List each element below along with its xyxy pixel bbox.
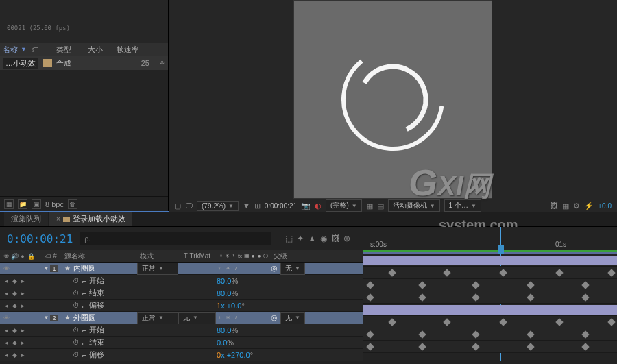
trkmat-dropdown[interactable]: 无▼ bbox=[178, 312, 216, 324]
keyframe-icon[interactable] bbox=[443, 269, 450, 276]
stopwatch-icon[interactable]: ⏱ bbox=[73, 289, 80, 297]
parent-dropdown[interactable]: 无▼ bbox=[280, 312, 305, 324]
property-value[interactable]: 0.0 bbox=[217, 339, 227, 347]
keyframe-icon[interactable] bbox=[499, 318, 507, 326]
keyframe-icon[interactable] bbox=[418, 343, 426, 350]
keyframe-icon[interactable] bbox=[388, 269, 396, 276]
property-value[interactable]: 80.0 bbox=[217, 289, 231, 298]
keyframe-icon[interactable] bbox=[366, 343, 374, 350]
column-switches[interactable]: ♀☀\fx▦●●⬡ bbox=[216, 253, 271, 260]
timeline-graph-area[interactable]: s:00s 01s bbox=[363, 227, 617, 361]
eye-icon[interactable]: 👁 bbox=[3, 315, 10, 321]
bpc-label[interactable]: 8 bpc bbox=[45, 200, 64, 208]
property-row[interactable]: ◂◆▸ ⏱⌐ 开始 80.0% bbox=[0, 275, 363, 287]
snapshot-icon[interactable]: 📷 bbox=[301, 202, 311, 210]
zoom-dropdown[interactable]: (79.2%)▼ bbox=[197, 201, 239, 211]
tab-render-queue[interactable]: 渲染队列 bbox=[4, 212, 48, 226]
column-parent[interactable]: 父级 bbox=[271, 252, 319, 261]
layer-row[interactable]: 👁 ▼1 ★内圈圆 正常▼ ♀☀/ ◎无▼ bbox=[0, 263, 363, 275]
tool-icon[interactable]: ▲ bbox=[308, 234, 316, 243]
keyframe-icon[interactable] bbox=[472, 293, 479, 301]
kf-nav-next-icon[interactable]: ▸ bbox=[19, 278, 26, 284]
column-name[interactable]: 名称▼ bbox=[3, 45, 27, 55]
tool-icon[interactable]: ◉ bbox=[320, 234, 327, 243]
flowchart-icon[interactable]: ⚘ bbox=[159, 60, 165, 67]
interpret-footage-icon[interactable]: ▦ bbox=[4, 199, 14, 209]
audio-column-icon[interactable]: 🔊 bbox=[11, 253, 18, 260]
trash-icon[interactable]: 🗑 bbox=[68, 199, 77, 209]
keyframe-icon[interactable] bbox=[607, 269, 615, 276]
column-source[interactable]: 源名称 bbox=[62, 252, 137, 261]
preview-timecode[interactable]: 0:00:00:21 bbox=[265, 202, 297, 210]
guides-icon[interactable]: ▤ bbox=[377, 202, 384, 210]
3d-icon[interactable]: 🖼 bbox=[551, 202, 558, 210]
property-row[interactable]: ◂◆▸ ⏱⌐ 结束 0.0% bbox=[0, 337, 363, 349]
eye-column-icon[interactable]: 👁 bbox=[3, 253, 10, 260]
keyframe-icon[interactable] bbox=[418, 293, 426, 301]
channel-icon[interactable]: ▼ bbox=[243, 202, 250, 210]
kf-add-icon[interactable]: ◆ bbox=[11, 278, 18, 284]
keyframe-icon[interactable] bbox=[472, 281, 479, 289]
renderer-icon[interactable]: ⚙ bbox=[573, 202, 580, 210]
keyframe-icon[interactable] bbox=[418, 281, 426, 289]
close-icon[interactable]: × bbox=[56, 215, 60, 223]
stopwatch-icon[interactable]: ⏱ bbox=[73, 339, 80, 346]
keyframe-icon[interactable] bbox=[581, 343, 589, 350]
tool-icon[interactable]: ⊕ bbox=[343, 234, 350, 243]
project-item-row[interactable]: …小动效 合成 25 ⚘ bbox=[0, 56, 168, 70]
new-folder-icon[interactable]: 📁 bbox=[18, 199, 27, 209]
column-size[interactable]: 大小 bbox=[88, 45, 103, 55]
column-mode[interactable]: 模式 bbox=[137, 252, 178, 261]
property-value[interactable]: 80.0 bbox=[217, 277, 231, 285]
current-timecode[interactable]: 0:00:00:21 bbox=[0, 232, 80, 245]
property-row[interactable]: ◂◆▸ ⏱⌐ 偏移 1x +0.0° bbox=[0, 300, 363, 312]
region-icon[interactable]: ▢ bbox=[174, 202, 181, 210]
property-row[interactable]: ◂◆▸ ⏱⌐ 偏移 0x +270.0° bbox=[0, 349, 363, 361]
keyframe-icon[interactable] bbox=[527, 343, 534, 350]
stopwatch-icon[interactable]: ⏱ bbox=[73, 326, 80, 334]
keyframe-icon[interactable] bbox=[527, 330, 534, 338]
blend-mode-dropdown[interactable]: 正常▼ bbox=[137, 263, 178, 275]
pickwhip-icon[interactable]: ◎ bbox=[271, 264, 278, 273]
keyframe-icon[interactable] bbox=[527, 281, 534, 289]
twirl-icon[interactable]: ▼ bbox=[44, 265, 49, 271]
pickwhip-icon[interactable]: ◎ bbox=[271, 313, 278, 322]
stopwatch-icon[interactable]: ⏱ bbox=[73, 351, 80, 359]
keyframe-icon[interactable] bbox=[499, 269, 507, 276]
kf-nav-prev-icon[interactable]: ◂ bbox=[3, 278, 10, 284]
keyframe-icon[interactable] bbox=[555, 269, 563, 276]
exposure-value[interactable]: +0.0 bbox=[598, 202, 612, 210]
keyframe-icon[interactable] bbox=[607, 318, 615, 326]
draft3d-icon[interactable]: ▦ bbox=[562, 202, 569, 210]
camera-dropdown[interactable]: 活动摄像机▼ bbox=[388, 199, 440, 212]
time-ruler[interactable]: s:00s 01s bbox=[363, 227, 617, 250]
views-dropdown[interactable]: 1 个…▼ bbox=[444, 199, 481, 212]
layer-row[interactable]: 👁 ▼2 ★外圈圆 正常▼ 无▼ ♀☀/ ◎无▼ bbox=[0, 312, 363, 324]
keyframe-icon[interactable] bbox=[366, 281, 374, 289]
tool-icon[interactable]: ✦ bbox=[297, 234, 304, 243]
parent-dropdown[interactable]: 无▼ bbox=[280, 263, 305, 275]
keyframe-icon[interactable] bbox=[366, 293, 374, 301]
property-row[interactable]: ◂◆▸ ⏱⌐ 开始 80.0% bbox=[0, 324, 363, 337]
lock-column-icon[interactable]: 🔒 bbox=[27, 253, 34, 260]
search-input[interactable] bbox=[80, 232, 271, 245]
keyframe-icon[interactable] bbox=[581, 330, 589, 338]
resolution-dropdown[interactable]: (完整)▼ bbox=[326, 199, 362, 212]
column-type[interactable]: 类型 bbox=[56, 45, 71, 55]
property-row[interactable]: ◂◆▸ ⏱⌐ 结束 80.0% bbox=[0, 287, 363, 300]
grid-icon[interactable]: ▦ bbox=[366, 202, 373, 210]
blend-mode-dropdown[interactable]: 正常▼ bbox=[137, 312, 178, 324]
keyframe-icon[interactable] bbox=[581, 281, 589, 289]
project-columns-header[interactable]: 名称▼ 🏷 类型 大小 帧速率 bbox=[0, 43, 168, 56]
keyframe-icon[interactable] bbox=[472, 330, 479, 338]
keyframe-icon[interactable] bbox=[581, 293, 589, 301]
tool-icon[interactable]: ⬚ bbox=[285, 234, 293, 243]
keyframe-icon[interactable] bbox=[472, 343, 479, 350]
mask-icon[interactable]: ◐ bbox=[315, 202, 322, 210]
column-fps[interactable]: 帧速率 bbox=[117, 45, 139, 55]
display-icon[interactable]: 🖵 bbox=[185, 202, 193, 210]
new-comp-icon[interactable]: ▣ bbox=[32, 199, 41, 209]
twirl-icon[interactable]: ▼ bbox=[44, 315, 49, 321]
tool-icon[interactable]: 🖾 bbox=[331, 234, 339, 243]
eye-icon[interactable]: 👁 bbox=[3, 265, 10, 272]
